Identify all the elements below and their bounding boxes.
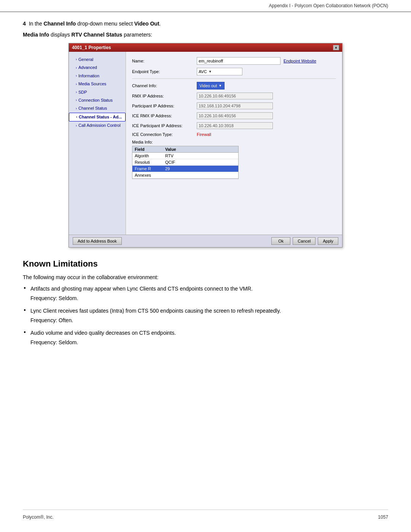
- frequency-1: Frequency: Seldom.: [30, 294, 388, 302]
- participant-ip-row: Participant IP Address: 192.168.110.204:…: [132, 102, 336, 109]
- ice-connection-type-value: Firewall: [197, 132, 211, 137]
- divider-1: [132, 78, 336, 79]
- dialog-window: 4001_1 Properties × › General › Advanced…: [68, 43, 342, 248]
- endpoint-type-value: AVC: [199, 69, 207, 74]
- ok-button[interactable]: Ok: [271, 237, 290, 245]
- cell-value: 29: [163, 166, 193, 172]
- participant-ip-value: 192.168.110.204:4798: [197, 102, 273, 109]
- dialog-title: 4001_1 Properties: [72, 45, 111, 50]
- nav-panel: › General › Advanced › Information › Med…: [69, 52, 126, 235]
- instruction-1: In the: [29, 21, 44, 27]
- table-row[interactable]: Annexes: [132, 172, 238, 179]
- cell-value: [163, 172, 193, 178]
- endpoint-type-select[interactable]: AVC ▼: [197, 68, 242, 75]
- cell-value: QCIF: [163, 159, 193, 165]
- dropdown-arrow: ▼: [209, 70, 212, 73]
- limitation-2-text: Lync Client receives fast updates (Intra…: [30, 308, 281, 314]
- media-info-text: displays: [49, 32, 71, 38]
- footer-right: 1057: [378, 514, 388, 520]
- table-row[interactable]: Algorith RTV: [132, 153, 238, 159]
- rtv-bold: RTV Channel Status: [72, 32, 123, 38]
- name-label: Name:: [132, 59, 197, 63]
- instruction-end: .: [159, 21, 161, 27]
- dialog-body: › General › Advanced › Information › Med…: [69, 52, 342, 235]
- nav-item-information[interactable]: › Information: [69, 72, 126, 80]
- ice-rmx-ip-row: ICE RMX IP Address: 10.226.10.66:49156: [132, 112, 336, 119]
- nav-arrow-sdp: ›: [76, 90, 77, 95]
- channel-info-value: Video out: [199, 83, 217, 88]
- rmx-ip-label: RMX IP Address:: [132, 94, 197, 98]
- list-item: Artifacts and ghosting may appear when L…: [30, 285, 388, 302]
- limitation-1-text: Artifacts and ghosting may appear when L…: [30, 286, 253, 292]
- frequency-3: Frequency: Seldom.: [30, 339, 388, 347]
- cancel-button[interactable]: Cancel: [293, 237, 315, 245]
- media-info-bold: Media Info: [23, 32, 49, 38]
- rmx-ip-value: 10.226.10.66:49156: [197, 93, 273, 99]
- col-field: Field: [132, 146, 163, 152]
- close-button[interactable]: ×: [333, 45, 339, 50]
- nav-item-channel-status[interactable]: › Channel Status: [69, 104, 126, 112]
- participant-ip-label: Participant IP Address:: [132, 104, 197, 108]
- nav-item-connection-status[interactable]: › Connection Status: [69, 96, 126, 104]
- name-row: Name: Endpoint Website: [132, 57, 336, 65]
- nav-item-channel-status-ad[interactable]: › Channel Status - Ad...: [69, 113, 126, 121]
- page-footer: Polycom®, Inc. 1057: [23, 510, 388, 524]
- nav-arrow-call-admission: ›: [76, 123, 77, 128]
- cell-field: Algorith: [132, 153, 163, 159]
- list-item: Audio volume and video quality decreases…: [30, 329, 388, 347]
- ice-connection-type-row: ICE Connection Type: Firewall: [132, 132, 336, 137]
- nav-item-sdp[interactable]: › SDP: [69, 88, 126, 96]
- dialog-footer: Add to Address Book Ok Cancel Apply: [69, 235, 342, 247]
- add-to-address-book-button[interactable]: Add to Address Book: [73, 237, 122, 245]
- channel-info-bold: Channel Info: [44, 21, 76, 27]
- nav-arrow-channel-status: ›: [76, 106, 77, 111]
- header-text: Appendix I - Polycom Open Collaboration …: [269, 3, 388, 8]
- limitation-3-text: Audio volume and video quality decreases…: [30, 330, 176, 336]
- media-table: Field Value Algorith RTV Resoluti QCIF: [132, 146, 239, 179]
- parameters-text: parameters:: [122, 32, 152, 38]
- nav-arrow-information: ›: [76, 73, 77, 78]
- media-info-line: Media Info displays RTV Channel Status p…: [23, 32, 388, 38]
- section-intro: The following may occur in the collabora…: [23, 274, 388, 280]
- ice-participant-ip-value: 10.226.40.10:3918: [197, 122, 273, 129]
- main-content: 4 In the Channel Info drop-down menu sel…: [0, 20, 411, 366]
- col-value: Value: [163, 146, 193, 152]
- nav-item-media-sources[interactable]: › Media Sources: [69, 80, 126, 88]
- known-limitations-title: Known Limitations: [23, 259, 388, 269]
- step-number: 4: [23, 21, 26, 27]
- nav-item-general[interactable]: › General: [69, 56, 126, 64]
- instruction-2: drop-down menu select: [76, 21, 134, 27]
- footer-left: Polycom®, Inc.: [23, 514, 54, 520]
- step-instruction: 4 In the Channel Info drop-down menu sel…: [23, 20, 388, 28]
- endpoint-website-link[interactable]: Endpoint Website: [284, 59, 316, 63]
- ice-connection-type-label: ICE Connection Type:: [132, 132, 197, 137]
- nav-arrow-general: ›: [76, 57, 77, 62]
- ice-rmx-ip-value: 10.226.10.66:49156: [197, 112, 273, 119]
- endpoint-type-row: Endpoint Type: AVC ▼: [132, 68, 336, 75]
- channel-info-label: Channel Info:: [132, 83, 197, 88]
- apply-button[interactable]: Apply: [318, 237, 338, 245]
- nav-arrow-advanced: ›: [76, 66, 77, 70]
- video-out-bold: Video Out: [134, 21, 159, 27]
- dialog-titlebar: 4001_1 Properties ×: [69, 43, 342, 52]
- content-panel: Name: Endpoint Website Endpoint Type: AV…: [126, 52, 342, 235]
- media-table-header: Field Value: [132, 146, 238, 153]
- page-header: Appendix I - Polycom Open Collaboration …: [0, 0, 411, 12]
- channel-info-select[interactable]: Video out ▼: [197, 82, 225, 89]
- nav-item-advanced[interactable]: › Advanced: [69, 64, 126, 72]
- rmx-ip-row: RMX IP Address: 10.226.10.66:49156: [132, 93, 336, 99]
- media-info-section-label: Media Info:: [132, 140, 336, 144]
- nav-arrow-connection-status: ›: [76, 98, 77, 103]
- limitations-list: Artifacts and ghosting may appear when L…: [23, 285, 388, 347]
- frequency-2: Frequency: Often.: [30, 316, 388, 324]
- ice-participant-ip-row: ICE Participant IP Address: 10.226.40.10…: [132, 122, 336, 129]
- channel-info-row: Channel Info: Video out ▼: [132, 82, 336, 89]
- nav-arrow-channel-status-ad: ›: [76, 115, 77, 120]
- name-input[interactable]: [197, 57, 280, 65]
- media-info-section: Media Info: Field Value Algorith RTV: [132, 140, 336, 179]
- nav-item-call-admission[interactable]: › Call Admission Control: [69, 121, 126, 129]
- ice-rmx-ip-label: ICE RMX IP Address:: [132, 113, 197, 118]
- table-row-selected[interactable]: Frame R 29: [132, 166, 238, 172]
- ice-participant-ip-label: ICE Participant IP Address:: [132, 123, 197, 128]
- table-row[interactable]: Resoluti QCIF: [132, 159, 238, 166]
